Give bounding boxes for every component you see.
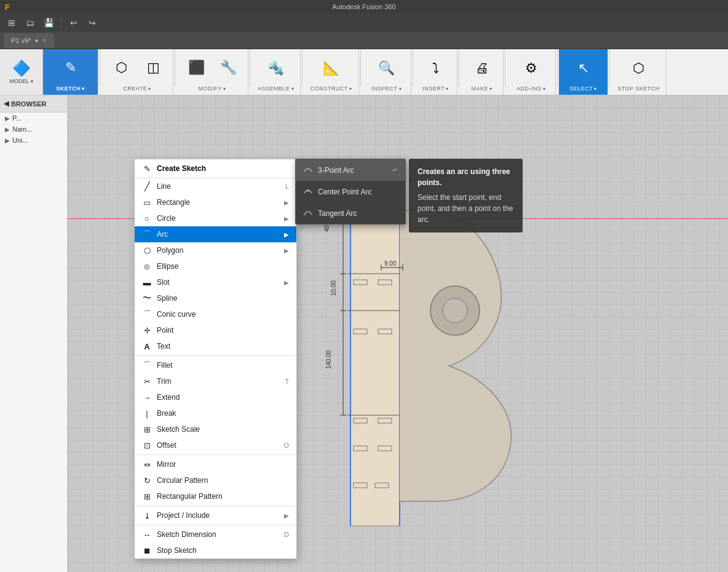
file-button[interactable]: 🗂 bbox=[22, 15, 38, 31]
svg-rect-0 bbox=[350, 181, 400, 526]
circle-label: Circle bbox=[157, 214, 176, 223]
menu-create-sketch[interactable]: ✎ Create Sketch bbox=[135, 159, 296, 178]
sketch-icon: ✎ bbox=[65, 60, 76, 76]
title-bar: F Autodesk Fusion 360 bbox=[0, 0, 728, 14]
stop-sketch-btn[interactable]: ⬡ bbox=[624, 52, 654, 84]
svg-point-19 bbox=[443, 298, 467, 323]
redo-button[interactable]: ↪ bbox=[84, 15, 100, 31]
menu-mirror[interactable]: ⇔ Mirror bbox=[135, 456, 296, 472]
browser-header: ◀ BROWSER bbox=[0, 95, 67, 113]
break-icon: | bbox=[142, 408, 152, 418]
menu-sketch-dimension[interactable]: ↔ Sketch Dimension D bbox=[135, 526, 296, 542]
assemble-btn[interactable]: 🔩 bbox=[261, 52, 291, 84]
menu-polygon[interactable]: ⬡ Polygon ▶ bbox=[135, 242, 296, 258]
grid-button[interactable]: ⊞ bbox=[4, 15, 20, 31]
inspect-label[interactable]: INSPECT ▾ bbox=[371, 85, 402, 92]
menu-divider-4 bbox=[135, 525, 296, 525]
modify-btn-1[interactable]: ⬛ bbox=[181, 52, 211, 84]
model-label: MODEL ▾ bbox=[9, 78, 33, 84]
browser-expand-icon-uni: ▶ bbox=[5, 137, 10, 144]
menu-line[interactable]: ╱ Line L bbox=[135, 178, 296, 194]
project-include-label: Project / Include bbox=[157, 511, 210, 520]
addins-label[interactable]: ADD-INS ▾ bbox=[516, 85, 545, 92]
menu-stop-sketch[interactable]: ⏹ Stop Sketch bbox=[135, 542, 296, 558]
menu-text[interactable]: A Text bbox=[135, 338, 296, 354]
rectangular-pattern-icon: ⊞ bbox=[142, 491, 152, 501]
construct-btn[interactable]: 📐 bbox=[317, 52, 346, 84]
sep-select bbox=[557, 49, 558, 86]
trim-key: T bbox=[285, 378, 289, 385]
rectangle-icon: ▭ bbox=[142, 197, 152, 207]
make-btn[interactable]: 🖨 bbox=[467, 52, 497, 84]
menu-fillet[interactable]: ⌒ Fillet bbox=[135, 357, 296, 373]
insert-btn[interactable]: ⤵ bbox=[421, 52, 451, 84]
menu-trim[interactable]: ✂ Trim T bbox=[135, 373, 296, 389]
sketch-group-label[interactable]: SKETCH ▾ bbox=[56, 85, 85, 92]
sep-construct bbox=[302, 49, 303, 86]
select-label[interactable]: SELECT ▾ bbox=[569, 85, 597, 92]
svg-text:10.00: 10.00 bbox=[330, 280, 337, 296]
model-section[interactable]: 🔷 MODEL ▾ bbox=[0, 49, 43, 95]
fillet-icon: ⌒ bbox=[142, 360, 152, 370]
select-btn[interactable]: ↖ bbox=[569, 52, 598, 84]
modify-btn-2[interactable]: 🔧 bbox=[213, 52, 243, 84]
insert-label[interactable]: INSERT ▾ bbox=[422, 85, 448, 92]
assemble-label[interactable]: ASSEMBLE ▾ bbox=[258, 85, 294, 92]
menu-circular-pattern[interactable]: ↻ Circular Pattern bbox=[135, 472, 296, 488]
inspect-btn[interactable]: 🔍 bbox=[372, 52, 402, 84]
menu-slot[interactable]: ▬ Slot ▶ bbox=[135, 274, 296, 290]
tab-p1v9[interactable]: P1 v9* ● ✕ bbox=[4, 33, 54, 48]
browser-item-uni[interactable]: ▶ Uni... bbox=[0, 135, 67, 146]
rectangular-pattern-label: Rectangular Pattern bbox=[157, 492, 223, 501]
menu-ellipse[interactable]: ◎ Ellipse bbox=[135, 258, 296, 274]
offset-label: Offset bbox=[157, 441, 176, 450]
tab-close-icon[interactable]: ✕ bbox=[42, 37, 47, 44]
modify-group-label[interactable]: MODIFY ▾ bbox=[199, 85, 226, 92]
sep-stop bbox=[609, 49, 610, 86]
inspect-group: 🔍 INSPECT ▾ bbox=[362, 49, 411, 95]
ellipse-icon: ◎ bbox=[142, 261, 152, 271]
menu-offset[interactable]: ⊡ Offset O bbox=[135, 437, 296, 453]
menu-project-include[interactable]: ⤓ Project / Include ▶ bbox=[135, 507, 296, 523]
menu-circle[interactable]: ○ Circle ▶ bbox=[135, 210, 296, 226]
menu-spline[interactable]: 〜 Spline bbox=[135, 290, 296, 306]
menu-conic-curve[interactable]: ⌒ Conic curve bbox=[135, 306, 296, 322]
construct-label[interactable]: CONSTRUCT ▾ bbox=[311, 85, 352, 92]
arc-submenu: 3-Point Arc ↵ Center Point Arc bbox=[295, 159, 406, 224]
conic-curve-icon: ⌒ bbox=[142, 309, 152, 319]
arc-item-tangent[interactable]: Tangent Arc bbox=[296, 202, 405, 224]
menu-divider-2 bbox=[135, 455, 296, 455]
arc-item-center[interactable]: Center Point Arc bbox=[296, 181, 405, 202]
save-button[interactable]: 💾 bbox=[41, 15, 57, 31]
stop-sketch-label[interactable]: STOP SKETCH bbox=[617, 85, 660, 92]
menu-point[interactable]: ✛ Point bbox=[135, 322, 296, 338]
menu-rectangular-pattern[interactable]: ⊞ Rectangular Pattern bbox=[135, 488, 296, 504]
menu-arc[interactable]: ⌒ Arc ▶ bbox=[135, 226, 296, 242]
sketch-button[interactable]: ✎ bbox=[56, 52, 85, 84]
menu-sketch-scale[interactable]: ⊞ Sketch Scale bbox=[135, 421, 296, 437]
arc-item-3point[interactable]: 3-Point Arc ↵ bbox=[296, 159, 405, 181]
select-group: ↖ SELECT ▾ bbox=[559, 49, 608, 95]
svg-text:140.00: 140.00 bbox=[325, 350, 332, 369]
browser-item-label-nam: Nam... bbox=[12, 125, 32, 133]
menu-divider-1 bbox=[135, 356, 296, 356]
sketch-scale-icon: ⊞ bbox=[142, 424, 152, 434]
arc-tooltip-desc: Select the start point, end point, and t… bbox=[417, 192, 514, 225]
svg-point-39 bbox=[307, 189, 309, 192]
menu-extend[interactable]: → Extend bbox=[135, 389, 296, 405]
canvas[interactable]: 40.00 9.00 10.00 140.00 -100 -50 0 50 bbox=[68, 95, 728, 572]
browser-back-icon[interactable]: ◀ bbox=[4, 100, 9, 108]
menu-rectangle[interactable]: ▭ Rectangle ▶ bbox=[135, 194, 296, 210]
browser-item-p[interactable]: ▶ P... bbox=[0, 113, 67, 124]
create-group: ⬡ ◫ CREATE ▾ bbox=[101, 49, 173, 95]
menu-break[interactable]: | Break bbox=[135, 405, 296, 421]
sketch-dimension-key: D bbox=[284, 531, 289, 538]
sketch-dimension-label: Sketch Dimension bbox=[157, 530, 216, 539]
undo-button[interactable]: ↩ bbox=[66, 15, 82, 31]
create-group-label[interactable]: CREATE ▾ bbox=[123, 85, 151, 92]
create-btn-1[interactable]: ⬡ bbox=[106, 52, 136, 84]
create-btn-2[interactable]: ◫ bbox=[138, 52, 168, 84]
browser-item-nam[interactable]: ▶ Nam... bbox=[0, 124, 67, 135]
make-label[interactable]: MAKE ▾ bbox=[471, 85, 492, 92]
addins-btn[interactable]: ⚙ bbox=[516, 52, 546, 84]
